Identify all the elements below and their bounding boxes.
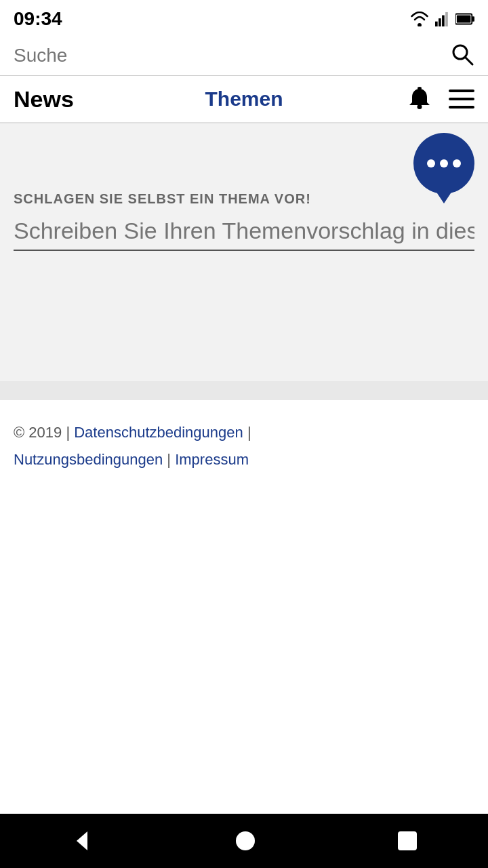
status-icons [409, 12, 474, 26]
home-icon [233, 829, 258, 853]
status-time: 09:34 [14, 8, 62, 30]
suggest-label: SCHLAGEN SIE SELBST EIN THEMA VOR! [14, 191, 474, 207]
svg-rect-2 [442, 16, 445, 27]
svg-rect-10 [418, 87, 422, 90]
wifi-icon [409, 12, 430, 26]
chat-dot-3 [453, 159, 461, 167]
content-section: SCHLAGEN SIE SELBST EIN THEMA VOR! [0, 123, 488, 381]
footer-text: © 2019 | Datenschutzbedingungen | Nutzun… [14, 419, 474, 473]
chat-bubble[interactable] [413, 133, 474, 194]
nav-bar: News Themen [0, 76, 488, 123]
svg-rect-5 [472, 16, 474, 21]
suggest-input-container [14, 218, 474, 251]
signal-icon [435, 12, 450, 26]
footer: © 2019 | Datenschutzbedingungen | Nutzun… [0, 400, 488, 486]
footer-nutzung-link[interactable]: Nutzungsbedingungen [14, 451, 163, 468]
search-input[interactable] [14, 45, 443, 66]
status-bar: 09:34 [0, 0, 488, 35]
footer-privacy-link[interactable]: Datenschutzbedingungen [74, 424, 243, 441]
svg-rect-16 [398, 831, 417, 850]
spacer [0, 486, 488, 814]
battery-icon [455, 12, 474, 26]
bell-icon [407, 86, 432, 112]
bottom-nav [0, 814, 488, 868]
svg-rect-0 [435, 22, 438, 26]
footer-impressum-link[interactable]: Impressum [175, 451, 249, 468]
svg-point-9 [418, 104, 422, 109]
footer-copyright: © 2019 | [14, 424, 70, 441]
svg-rect-13 [449, 106, 474, 108]
chat-dot-2 [440, 159, 448, 167]
svg-rect-6 [457, 15, 471, 22]
search-icon [450, 42, 474, 66]
nav-news-label[interactable]: News [14, 86, 167, 113]
svg-rect-11 [449, 90, 474, 92]
svg-line-8 [465, 57, 472, 64]
back-button[interactable] [70, 829, 94, 853]
footer-separator2: | [167, 451, 171, 468]
footer-separator1: | [247, 424, 251, 441]
svg-rect-1 [439, 18, 441, 26]
search-button[interactable] [450, 42, 474, 68]
menu-button[interactable] [449, 90, 474, 108]
divider-section [0, 381, 488, 400]
svg-rect-3 [445, 12, 448, 26]
home-button[interactable] [233, 829, 258, 853]
nav-icons [321, 86, 474, 112]
nav-themen-label[interactable]: Themen [167, 87, 321, 111]
svg-rect-12 [449, 98, 474, 100]
chat-dots [427, 159, 461, 167]
menu-icon [449, 90, 474, 108]
recent-icon [396, 830, 418, 852]
back-icon [70, 829, 94, 853]
svg-marker-14 [77, 831, 87, 850]
search-bar [0, 35, 488, 76]
suggest-input[interactable] [14, 218, 474, 251]
bell-button[interactable] [407, 86, 432, 112]
chat-dot-1 [427, 159, 435, 167]
svg-point-15 [236, 831, 255, 850]
recent-button[interactable] [396, 830, 418, 852]
